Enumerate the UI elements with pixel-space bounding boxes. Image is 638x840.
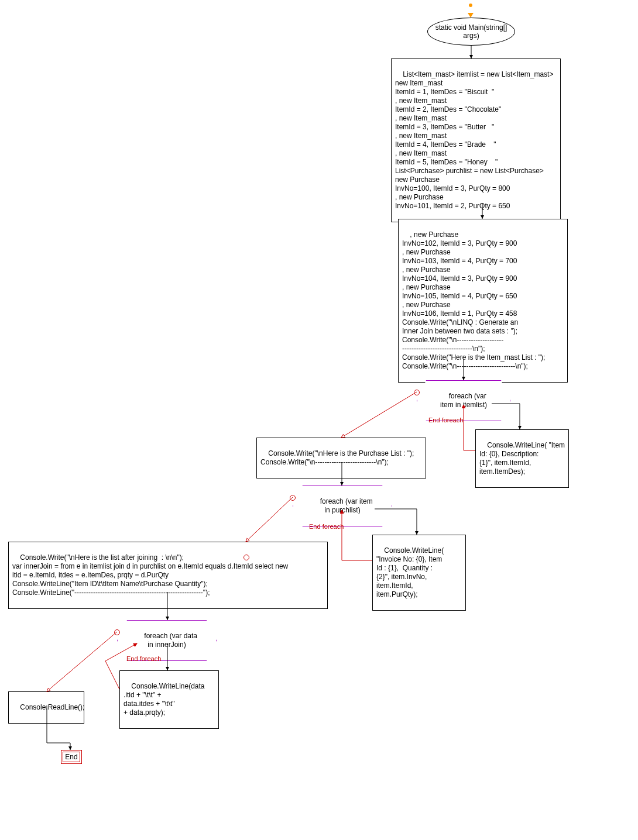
loop-exit-marker-icon (114, 629, 120, 635)
loop-exit-marker-icon (414, 390, 420, 395)
process-print-purchase-text: Console.WriteLine( "Invoice No: {0}, Ite… (376, 546, 444, 598)
process-readline-text: Console.ReadLine(); (20, 703, 84, 711)
process-purchase-header-text: Console.Write("\nHere is the Purchase Li… (260, 449, 414, 466)
terminator-main-text: static void Main(string[] args) (433, 23, 510, 40)
loop-innerjoin-text: foreach (var data in innerJoin) (144, 632, 197, 649)
process-print-item-text: Console.WriteLine( "Item Id: {0}, Descri… (479, 441, 565, 476)
loop-exit-marker-icon (243, 555, 249, 560)
loop-itemlist-text: foreach (var item in itemlist) (440, 392, 487, 409)
edge-label-end-foreach: End foreach (126, 655, 161, 662)
process-print-join-row: Console.WriteLine(data .itid + "\t\t" + … (119, 670, 219, 729)
flowchart-canvas: static void Main(string[] args) List<Ite… (0, 0, 638, 840)
process-readline: Console.ReadLine(); (8, 691, 84, 724)
edge-label-end-foreach: End foreach (428, 416, 463, 424)
terminator-end: End (61, 750, 82, 764)
process-init-continuation-text: , new Purchase InvNo=102, ItemId = 3, Pu… (402, 230, 545, 370)
process-init-continuation: , new Purchase InvNo=102, ItemId = 3, Pu… (398, 219, 568, 383)
process-init-lists: List<Item_mast> itemlist = new List<Item… (391, 58, 561, 222)
loop-purchlist-text: foreach (var item in purchlist) (320, 497, 373, 514)
process-print-join-row-text: Console.WriteLine(data .itid + "\t\t" + … (124, 682, 205, 717)
loop-exit-marker-icon (290, 495, 296, 501)
start-dot (469, 4, 472, 7)
loop-itemlist: foreach (var item in itemlist) (417, 380, 510, 421)
process-init-lists-text: List<Item_mast> itemlist = new List<Item… (395, 70, 553, 210)
process-purchase-header: Console.Write("\nHere is the Purchase Li… (256, 438, 426, 478)
process-print-item: Console.WriteLine( "Item Id: {0}, Descri… (475, 429, 569, 488)
process-inner-join: Console.Write("\nHere is the list after … (8, 542, 328, 609)
terminator-main: static void Main(string[] args) (427, 18, 515, 46)
terminator-end-text: End (65, 753, 77, 761)
edge-label-end-foreach: End foreach (309, 523, 344, 530)
process-print-purchase: Console.WriteLine( "Invoice No: {0}, Ite… (372, 535, 466, 611)
loop-purchlist: foreach (var item in purchlist) (293, 486, 392, 526)
start-arrow-icon (468, 13, 474, 18)
